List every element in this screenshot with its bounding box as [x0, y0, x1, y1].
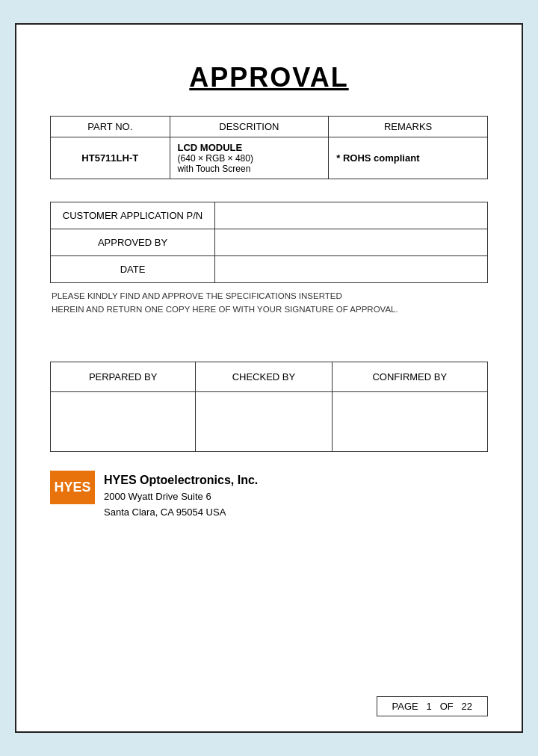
- part-info-table: PART NO. DESCRITION REMARKS HT5711LH-T L…: [50, 116, 488, 179]
- customer-application-row: CUSTOMER APPLICATION P/N: [51, 202, 488, 229]
- customer-application-value: [215, 202, 488, 229]
- col-remarks: REMARKS: [329, 117, 488, 137]
- approved-by-value: [215, 229, 488, 256]
- date-row: DATE: [51, 256, 488, 283]
- table-header-row: PART NO. DESCRITION REMARKS: [51, 117, 488, 137]
- customer-application-label: CUSTOMER APPLICATION P/N: [51, 202, 215, 229]
- description-value: LCD MODULE (640 × RGB × 480) with Touch …: [170, 137, 329, 179]
- col-part-no: PART NO.: [51, 117, 170, 137]
- rohs-label: * ROHS compliant: [336, 152, 419, 164]
- company-info: HYES Optoelectronics, Inc. 2000 Wyatt Dr…: [104, 471, 258, 521]
- document-title: APPROVAL: [189, 62, 348, 93]
- document-page: APPROVAL PART NO. DESCRITION REMARKS HT5…: [15, 23, 523, 733]
- approved-by-row: APPROVED BY: [51, 229, 488, 256]
- signature-value-row: [51, 391, 488, 451]
- part-number-value: HT5711LH-T: [51, 137, 170, 179]
- table-row: HT5711LH-T LCD MODULE (640 × RGB × 480) …: [51, 137, 488, 179]
- page-number-box: PAGE 1 OF 22: [377, 696, 488, 716]
- company-name: HYES Optoelectronics, Inc.: [104, 471, 258, 490]
- company-address1: 2000 Wyatt Drive Suite 6: [104, 489, 258, 505]
- approval-table: CUSTOMER APPLICATION P/N APPROVED BY DAT…: [50, 202, 488, 283]
- remarks-value: * ROHS compliant: [329, 137, 488, 179]
- title-section: APPROVAL: [50, 62, 488, 93]
- page-label: PAGE: [392, 701, 418, 712]
- confirmed-by-header: CONFIRMED BY: [332, 362, 487, 391]
- company-address2: Santa Clara, CA 95054 USA: [104, 505, 258, 521]
- notice-text: PLEASE KINDLY FIND AND APPROVE THE SPECI…: [50, 289, 488, 317]
- notice-line1: PLEASE KINDLY FIND AND APPROVE THE SPECI…: [52, 289, 488, 303]
- hyes-logo: HYES: [50, 471, 95, 504]
- confirmed-by-signature: [332, 391, 487, 451]
- footer: HYES HYES Optoelectronics, Inc. 2000 Wya…: [50, 467, 488, 521]
- description-main: LCD MODULE: [178, 142, 321, 153]
- page-separator: OF: [440, 701, 454, 712]
- approved-by-label: APPROVED BY: [51, 229, 215, 256]
- description-sub1: (640 × RGB × 480): [178, 153, 321, 164]
- col-description: DESCRITION: [170, 117, 329, 137]
- prepared-by-header: PERPARED BY: [51, 362, 196, 391]
- signature-table: PERPARED BY CHECKED BY CONFIRMED BY: [50, 362, 488, 452]
- signature-header-row: PERPARED BY CHECKED BY CONFIRMED BY: [51, 362, 488, 391]
- notice-line2: HEREIN AND RETURN ONE COPY HERE OF WITH …: [52, 303, 488, 316]
- page-current: 1: [427, 701, 432, 712]
- prepared-by-signature: [51, 391, 196, 451]
- checked-by-signature: [196, 391, 332, 451]
- description-sub2: with Touch Screen: [178, 164, 321, 174]
- date-value: [215, 256, 488, 283]
- date-label: DATE: [51, 256, 215, 283]
- checked-by-header: CHECKED BY: [196, 362, 332, 391]
- page-total: 22: [462, 701, 472, 712]
